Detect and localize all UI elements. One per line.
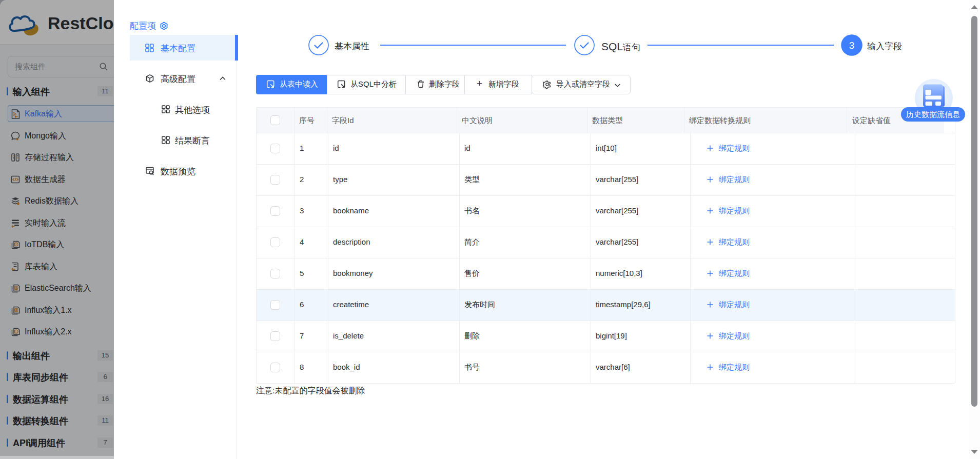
svg-text:3: 3 — [849, 40, 855, 51]
